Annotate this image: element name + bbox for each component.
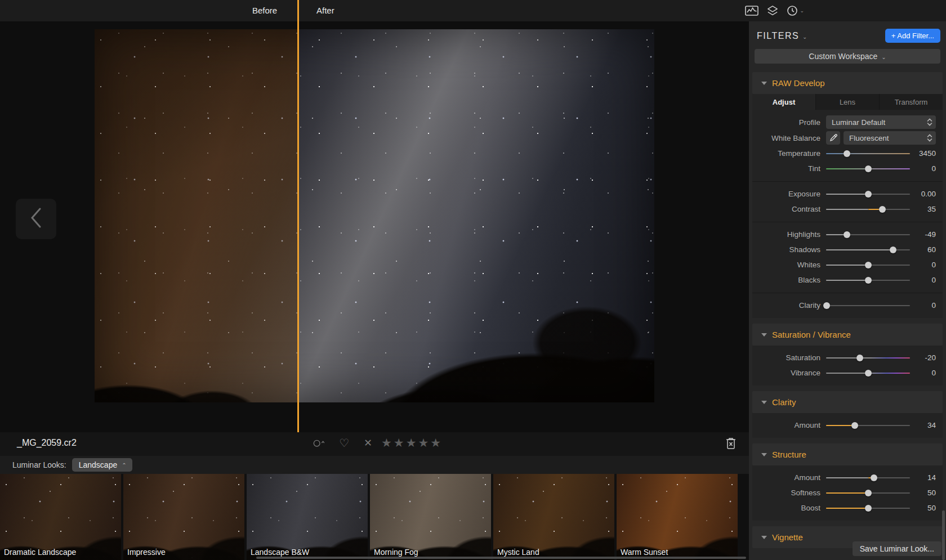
edited-state-icon[interactable] xyxy=(313,436,324,450)
looks-category-dropdown[interactable]: Landscape ⌃ xyxy=(72,458,132,472)
slider-fill xyxy=(826,508,868,509)
slider-thumb[interactable] xyxy=(856,355,863,361)
slider-value: 50 xyxy=(910,489,936,497)
slider-row-vibrance: Vibrance0 xyxy=(752,365,943,380)
reject-x-icon[interactable]: ✕ xyxy=(364,436,372,450)
chevron-down-icon[interactable]: ⌄ xyxy=(802,34,807,40)
look-thumbnail-mystic-land[interactable]: Mystic Land xyxy=(493,474,614,560)
disclosure-triangle-icon[interactable] xyxy=(761,401,767,404)
select-white-balance[interactable]: Fluorescent xyxy=(844,131,936,145)
slider-thumb[interactable] xyxy=(865,370,872,377)
look-thumbnail-warm-sunset[interactable]: Warm Sunset xyxy=(617,474,738,560)
section-header-raw-develop[interactable]: RAW Develop xyxy=(752,72,943,94)
slider-thumb[interactable] xyxy=(865,277,872,284)
slider-label: Vibrance xyxy=(757,369,820,377)
disclosure-triangle-icon[interactable] xyxy=(761,536,767,539)
slider-thumb[interactable] xyxy=(879,206,886,213)
slider-thumb[interactable] xyxy=(865,191,872,198)
slider-thumb[interactable] xyxy=(890,247,896,253)
slider-label: Exposure xyxy=(757,190,820,198)
looks-horizontal-scrollbar[interactable] xyxy=(256,557,746,559)
before-label[interactable]: Before xyxy=(252,0,277,21)
favorite-heart-icon[interactable]: ♡ xyxy=(339,436,349,450)
section-title: Clarity xyxy=(772,397,796,407)
select-label: Profile xyxy=(757,118,820,127)
slider-saturation[interactable] xyxy=(826,354,910,362)
previous-image-button[interactable] xyxy=(16,199,56,239)
filters-panel: FILTERS ⌄ + Add Filter... Custom Workspa… xyxy=(749,21,946,560)
slider-label: Temperature xyxy=(757,149,820,158)
look-thumbnail-dramatic-landscape[interactable]: Dramatic Landscape xyxy=(0,474,121,560)
disclosure-triangle-icon[interactable] xyxy=(761,333,767,337)
photo-canvas[interactable] xyxy=(95,29,654,402)
slider-shadows[interactable] xyxy=(826,246,910,254)
layers-icon[interactable] xyxy=(766,5,779,16)
workspace-dropdown[interactable]: Custom Workspace ⌄ xyxy=(755,49,940,64)
slider-boost[interactable] xyxy=(826,504,910,512)
slider-thumb[interactable] xyxy=(865,490,872,496)
slider-clarity[interactable] xyxy=(826,302,910,310)
slider-amount[interactable] xyxy=(826,422,910,429)
history-clock-icon[interactable]: ⌄ xyxy=(787,5,804,16)
disclosure-triangle-icon[interactable] xyxy=(761,82,767,85)
slider-tint[interactable] xyxy=(826,165,910,173)
slider-temperature[interactable] xyxy=(826,150,910,158)
before-after-divider[interactable] xyxy=(297,0,299,432)
trash-icon[interactable] xyxy=(725,437,737,453)
slider-whites[interactable] xyxy=(826,261,910,269)
slider-amount[interactable] xyxy=(826,474,910,482)
look-thumbnail-landscape-b-w[interactable]: Landscape B&W xyxy=(247,474,368,560)
section-clarity: ClarityAmount34 xyxy=(752,391,943,438)
section-header-saturation-vibrance[interactable]: Saturation / Vibrance xyxy=(752,324,943,346)
slider-fill-base xyxy=(826,477,868,478)
slider-row-tint: Tint0 xyxy=(752,161,943,176)
look-thumbnail-morning-fog[interactable]: Morning Fog xyxy=(370,474,491,560)
slider-track[interactable] xyxy=(826,153,910,154)
slider-label: Blacks xyxy=(757,276,820,284)
star-rating[interactable]: ★★★★★ xyxy=(381,436,443,450)
slider-thumb[interactable] xyxy=(844,150,850,157)
disclosure-triangle-icon[interactable] xyxy=(761,453,767,456)
slider-thumb[interactable] xyxy=(851,422,858,429)
chevron-updown-icon xyxy=(927,134,932,142)
tab-lens[interactable]: Lens xyxy=(816,94,880,110)
slider-thumb[interactable] xyxy=(865,505,872,512)
slider-value: 34 xyxy=(910,421,936,429)
slider-contrast[interactable] xyxy=(826,205,910,213)
slider-track[interactable] xyxy=(826,357,910,359)
slider-thumb[interactable] xyxy=(865,165,872,172)
slider-softness[interactable] xyxy=(826,489,910,497)
slider-thumb[interactable] xyxy=(844,231,850,238)
slider-thumb[interactable] xyxy=(871,474,877,481)
slider-blacks[interactable] xyxy=(826,276,910,284)
slider-label: Highlights xyxy=(757,230,820,239)
tab-transform[interactable]: Transform xyxy=(880,94,943,110)
save-luminar-look-button[interactable]: Save Luminar Look... xyxy=(853,541,941,556)
after-label[interactable]: After xyxy=(316,0,334,21)
slider-thumb[interactable] xyxy=(865,262,872,268)
slider-exposure[interactable] xyxy=(826,190,910,198)
select-label: White Balance xyxy=(757,134,820,142)
select-profile[interactable]: Luminar Default xyxy=(826,115,936,129)
section-title: RAW Develop xyxy=(772,78,825,88)
slider-track[interactable] xyxy=(826,305,910,306)
slider-row-whites: Whites0 xyxy=(752,257,943,272)
section-header-clarity[interactable]: Clarity xyxy=(752,391,943,413)
slider-value: 0.00 xyxy=(910,190,936,198)
slider-vibrance[interactable] xyxy=(826,369,910,377)
slider-row-clarity: Clarity0 xyxy=(752,298,943,313)
look-thumbnail-impressive[interactable]: Impressive xyxy=(123,474,244,560)
slider-value: 0 xyxy=(910,261,936,269)
add-filter-button[interactable]: + Add Filter... xyxy=(885,29,940,43)
slider-thumb[interactable] xyxy=(823,302,830,309)
slider-highlights[interactable] xyxy=(826,231,910,239)
slider-row-amount: Amount14 xyxy=(752,470,943,485)
tab-adjust[interactable]: Adjust xyxy=(752,94,816,110)
section-title: Saturation / Vibrance xyxy=(772,330,851,339)
eyedropper-button[interactable] xyxy=(826,131,840,145)
histogram-icon[interactable] xyxy=(745,6,758,16)
luminar-app: { "top_bar": { "before_label": "Before",… xyxy=(0,0,946,560)
panel-vertical-scrollbar[interactable] xyxy=(942,510,945,560)
chevron-updown-icon xyxy=(927,118,932,126)
section-header-structure[interactable]: Structure xyxy=(752,443,943,465)
